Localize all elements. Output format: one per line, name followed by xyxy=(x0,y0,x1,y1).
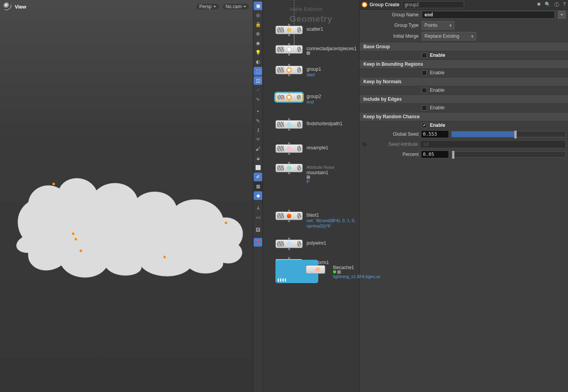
section-bbox[interactable]: Keep in Bounding Regions xyxy=(359,60,568,69)
group-type-select[interactable]: Points xyxy=(422,21,454,30)
network-editor[interactable]: Indie Edition Geometry scatter1 xyxy=(263,0,359,392)
tool-box-icon[interactable]: ▭ xyxy=(254,213,262,222)
parameter-pane: Group Create group2 ✱ 🔍 ⓘ ? Group Name G… xyxy=(359,0,568,392)
tool-light-icon[interactable]: 💡 xyxy=(254,48,262,57)
tool-shade-icon[interactable]: ◆ xyxy=(254,191,262,200)
base-enable-checkbox[interactable] xyxy=(422,53,427,58)
node-label: findshortestpath1 xyxy=(307,121,342,126)
node-attr: P xyxy=(307,179,335,184)
viewport-title: View xyxy=(15,4,26,10)
enable-label: Enable xyxy=(430,88,444,93)
viewport-toolbar: ▣ ◎ 🔒 ⊕ ◉ 💡 ◐ ⬚ ◫ ⟋ ∿ • ✎ ⁒ ¹² 🖌 ⬙ ⬜ ✐ ▦… xyxy=(253,0,263,392)
tool-ghost-icon[interactable]: ◫ xyxy=(254,76,262,85)
lock-icon xyxy=(337,270,341,274)
tool-checker-icon[interactable]: ▦ xyxy=(254,182,262,191)
tool-pin-icon[interactable]: 📍 xyxy=(254,238,262,247)
tool-display-icon[interactable]: ⬚ xyxy=(254,67,262,75)
tool-tree-icon[interactable]: ⅄ xyxy=(254,204,262,212)
tool-bulb-icon[interactable]: ◐ xyxy=(254,58,262,66)
selected-point xyxy=(80,250,82,252)
enable-label: Enable xyxy=(430,122,445,128)
random-enable-checkbox[interactable] xyxy=(422,123,427,128)
node-group2[interactable]: group2 end xyxy=(275,93,359,105)
initial-merge-select[interactable]: Replace Existing xyxy=(422,32,476,40)
section-random[interactable]: Keep by Random Chance xyxy=(359,112,568,121)
node-type: Attribute Noise xyxy=(307,164,335,170)
tool-paint-icon[interactable]: ✐ xyxy=(254,173,262,181)
section-edges[interactable]: Include by Edges xyxy=(359,94,568,104)
tool-lasso-icon[interactable]: ◎ xyxy=(254,11,262,19)
geometry-preview xyxy=(7,167,252,280)
node-label: filecache1 xyxy=(333,265,380,270)
node-label: connectadjacentpieces1 xyxy=(307,46,357,51)
tool-picker-icon[interactable]: ⁒ xyxy=(254,126,262,135)
section-normals[interactable]: Keep by Normals xyxy=(359,77,568,86)
node-expr: not: `fit(rand($F4), 0, 1, 0, nprims(0))… xyxy=(307,218,359,229)
enable-label: Enable xyxy=(430,52,445,58)
node-blast[interactable]: blast1 not: `fit(rand($F4), 0, 1, 0, npr… xyxy=(275,212,359,229)
seed-attr-input[interactable] xyxy=(420,140,566,148)
edges-enable-checkbox[interactable] xyxy=(422,105,427,110)
percent-label: Percent xyxy=(362,152,419,157)
node-label: polywire1 xyxy=(307,240,326,246)
houdini-logo-icon xyxy=(3,2,12,11)
tool-snap-icon[interactable]: ◉ xyxy=(254,39,262,47)
percent-input[interactable] xyxy=(421,150,449,158)
node-label: blast1 xyxy=(307,212,359,218)
group-name-input[interactable] xyxy=(422,11,555,19)
bbox-enable-checkbox[interactable] xyxy=(422,70,427,75)
viewport[interactable]: View Persp No cam xyxy=(0,0,253,392)
node-scatter[interactable]: scatter1 xyxy=(275,26,359,34)
seed-attr-label: Seed Attribute xyxy=(370,142,418,147)
camera-select-dropdown[interactable]: No cam xyxy=(222,3,250,10)
global-seed-label: Global Seed xyxy=(362,131,419,137)
tool-snapshot-icon[interactable]: 🖼 xyxy=(254,226,262,234)
caret-down-icon xyxy=(243,6,246,7)
global-seed-input[interactable] xyxy=(421,130,449,138)
node-filename: lightning_v1.$F4.bgeo.sc xyxy=(333,274,380,279)
seed-attr-toggle[interactable] xyxy=(362,142,367,147)
node-mountain[interactable]: Attribute Noise mountain1 P xyxy=(275,164,359,184)
section-base-group[interactable]: Base Group xyxy=(359,42,568,51)
operator-path-field[interactable]: group2 xyxy=(402,1,464,8)
node-label: resample1 xyxy=(307,145,328,150)
node-polywire[interactable]: polywire1 xyxy=(275,240,359,248)
node-sublabel: start xyxy=(307,72,321,77)
info-icon[interactable]: ⓘ xyxy=(554,2,559,8)
tool-bone-icon[interactable]: ⟋ xyxy=(254,86,262,94)
enable-label: Enable xyxy=(430,105,444,110)
selected-point xyxy=(53,183,55,185)
help-icon[interactable]: ? xyxy=(563,2,566,8)
tool-point-icon[interactable]: • xyxy=(254,107,262,116)
node-connectadjacent[interactable]: connectadjacentpieces1 xyxy=(275,45,359,55)
camera-persp-dropdown[interactable]: Persp xyxy=(196,3,219,10)
tool-curve-icon[interactable]: ∿ xyxy=(254,95,262,103)
tool-edge-icon[interactable]: ✎ xyxy=(254,117,262,125)
normals-enable-checkbox[interactable] xyxy=(422,88,427,93)
lock-icon xyxy=(307,175,310,179)
tool-brush-icon[interactable]: 🖌 xyxy=(254,145,262,153)
display-flag-icon xyxy=(333,270,336,273)
selected-point xyxy=(72,233,74,235)
node-label: mountain1 xyxy=(307,170,335,175)
enable-label: Enable xyxy=(430,70,444,75)
search-icon[interactable]: 🔍 xyxy=(545,2,550,8)
node-filecache[interactable]: filecache1 lightning_v1.$F4.bgeo.sc xyxy=(275,260,380,283)
node-group1[interactable]: group1 start xyxy=(275,66,359,77)
node-resample[interactable]: resample1 xyxy=(275,144,359,153)
gear-icon[interactable]: ✱ xyxy=(537,2,541,8)
global-seed-slider[interactable] xyxy=(451,131,566,137)
percent-slider[interactable] xyxy=(451,151,566,158)
tool-target-icon[interactable]: ⊕ xyxy=(254,30,262,38)
tool-select-icon[interactable]: ▣ xyxy=(254,2,262,10)
tool-num-icon[interactable]: ¹² xyxy=(254,135,262,144)
lock-icon xyxy=(307,51,310,55)
selected-point xyxy=(163,256,166,258)
tool-lock-icon[interactable]: 🔒 xyxy=(254,20,262,29)
tool-bucket-icon[interactable]: ⬙ xyxy=(254,154,262,163)
node-label: group2 xyxy=(307,94,321,99)
node-sublabel: end xyxy=(307,99,321,105)
tool-frame-icon[interactable]: ⬜ xyxy=(254,163,262,172)
group-name-menu-button[interactable] xyxy=(558,11,566,19)
node-findshortestpath[interactable]: findshortestpath1 xyxy=(275,120,359,129)
